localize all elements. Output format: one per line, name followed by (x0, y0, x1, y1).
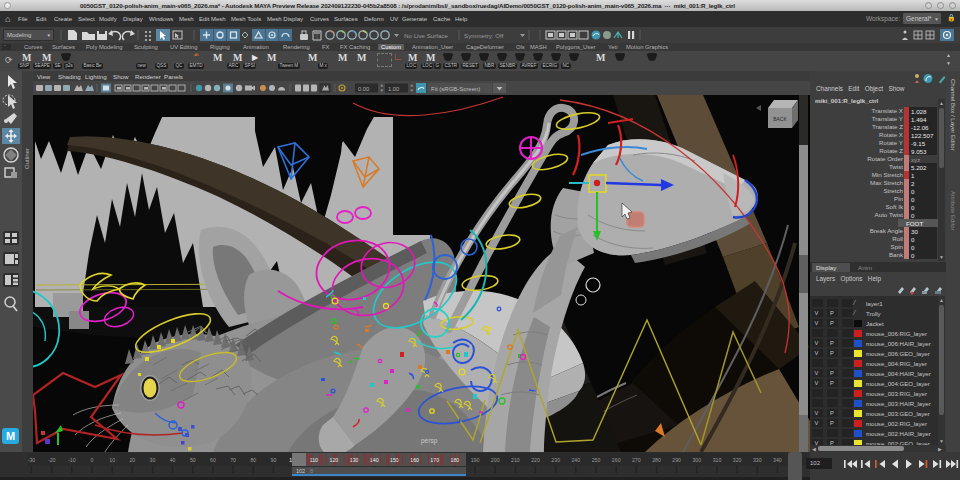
svg-text:250: 250 (592, 457, 601, 463)
svg-text:-30: -30 (28, 457, 36, 463)
svg-text:20: 20 (129, 457, 135, 463)
svg-text:1.00: 1.00 (388, 86, 399, 92)
svg-text:200: 200 (491, 457, 500, 463)
svg-text:300: 300 (692, 457, 701, 463)
svg-text:Fit (sRGB-Screen): Fit (sRGB-Screen) (431, 86, 480, 92)
svg-text:180: 180 (451, 457, 460, 463)
svg-text:260: 260 (612, 457, 621, 463)
svg-text:330: 330 (753, 457, 762, 463)
svg-text:Symmetry: Off: Symmetry: Off (464, 32, 504, 39)
svg-text:210: 210 (511, 457, 520, 463)
svg-text:140: 140 (370, 457, 379, 463)
svg-text:170: 170 (430, 457, 439, 463)
svg-text:M: M (6, 430, 15, 442)
svg-text:50: 50 (190, 457, 196, 463)
svg-text:190: 190 (471, 457, 480, 463)
svg-text:310: 310 (713, 457, 722, 463)
svg-text:10: 10 (109, 457, 115, 463)
svg-text:150: 150 (390, 457, 399, 463)
svg-text:130: 130 (350, 457, 359, 463)
svg-text:102: 102 (296, 468, 305, 474)
svg-text:40: 40 (170, 457, 176, 463)
svg-text:persp: persp (421, 437, 438, 445)
svg-text:BACK: BACK (773, 116, 787, 122)
svg-text:340: 340 (773, 457, 782, 463)
svg-text:0.00: 0.00 (358, 86, 369, 92)
svg-text:0: 0 (91, 457, 94, 463)
svg-text:-20: -20 (48, 457, 56, 463)
svg-text:110: 110 (310, 457, 318, 463)
svg-text:90: 90 (271, 457, 277, 463)
svg-text:240: 240 (571, 457, 580, 463)
svg-text:320: 320 (733, 457, 742, 463)
svg-text:No Live Surface: No Live Surface (404, 32, 449, 39)
svg-text:230: 230 (551, 457, 560, 463)
svg-text:120: 120 (330, 457, 339, 463)
svg-text:70: 70 (230, 457, 236, 463)
svg-text:60: 60 (210, 457, 216, 463)
svg-text:220: 220 (531, 457, 540, 463)
svg-text:290: 290 (672, 457, 681, 463)
svg-text:-10: -10 (68, 457, 76, 463)
svg-text:280: 280 (652, 457, 661, 463)
svg-text:270: 270 (632, 457, 641, 463)
svg-text:80: 80 (250, 457, 256, 463)
svg-text:30: 30 (150, 457, 156, 463)
svg-text:160: 160 (410, 457, 419, 463)
